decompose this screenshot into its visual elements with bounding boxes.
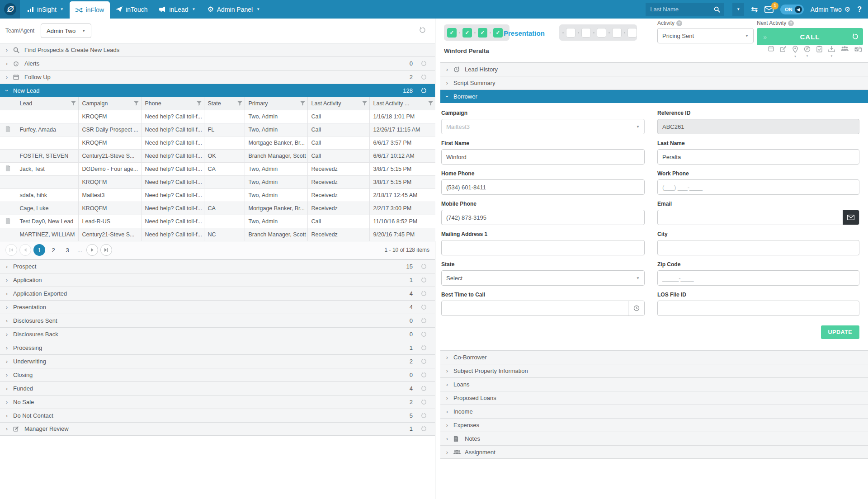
table-row[interactable]: Jack, TestDGDemo - Four age...Need help?… [0,162,435,175]
city-input[interactable] [658,240,859,255]
first-name-input[interactable] [442,150,644,164]
section-closing[interactable]: ›Closing0 [0,368,435,381]
refresh-icon[interactable] [417,264,430,269]
refresh-icon[interactable] [417,331,430,337]
col-header-campaign[interactable]: Campaign [78,97,141,110]
refresh-icon[interactable] [417,291,430,297]
section-subject-property-information[interactable]: ›Subject Property Information [440,364,868,377]
section-expenses[interactable]: ›Expenses [440,418,868,432]
search-icon[interactable] [710,3,724,16]
section-disclosures-back[interactable]: ›Disclosures Back0 [0,327,435,341]
pager-next-button[interactable] [86,244,98,256]
state-select[interactable]: Select▼ [441,270,645,286]
section-underwriting[interactable]: ›Underwriting2 [0,354,435,368]
refresh-icon[interactable] [417,345,430,351]
pager-page-1[interactable]: 1 [33,244,45,256]
pager-page-2[interactable]: 2 [47,244,59,256]
section-manager-review[interactable]: ›Manager Review1 [0,422,435,436]
section-alerts[interactable]: ›Alerts0 [0,56,435,70]
los-file-id-input[interactable] [658,301,859,315]
mailing-address-1-input[interactable] [442,240,644,255]
home-phone-input[interactable] [442,180,644,194]
table-row[interactable]: KROQFMNeed help? Call toll-f...Two, Admi… [0,175,435,188]
currency-icon[interactable]: S▼ [804,46,811,57]
nav-tab-inlead[interactable]: inLead ▼ [153,0,201,19]
filter-icon[interactable] [197,101,202,107]
refresh-icon[interactable] [417,413,430,419]
call-button[interactable]: » CALL [757,28,863,45]
col-header-last-activity[interactable]: Last Activity [307,97,369,110]
col-header-phone[interactable]: Phone [141,97,204,110]
section-processing[interactable]: ›Processing1 [0,341,435,354]
section-disclosures-sent[interactable]: ›Disclosures Sent0 [0,314,435,327]
col-header-primary[interactable]: Primary [245,97,307,110]
help-button[interactable]: ? [857,5,862,14]
refresh-icon[interactable] [417,61,430,66]
section-proposed-loans[interactable]: ›Proposed Loans [440,391,868,405]
refresh-icon[interactable] [417,318,430,324]
table-row[interactable]: KROQFMNeed help? Call toll-f...Mortgage … [0,136,435,149]
section-prospect[interactable]: ›Prospect15 [0,259,435,273]
work-phone-input[interactable] [658,180,859,194]
table-row[interactable]: MARTINEZ, WILLIAMCentury21-Steve S...Nee… [0,228,435,241]
update-button[interactable]: UPDATE [821,325,859,339]
filter-icon[interactable] [362,101,367,107]
task-share-icon[interactable] [854,46,862,53]
send-email-button[interactable] [843,210,859,225]
table-row[interactable]: Test Day0, New LeadLead-R-USNeed help? C… [0,215,435,228]
status-toggle[interactable]: ON ◀ [780,5,804,14]
swap-arrows-icon[interactable]: ⇆ [751,5,758,14]
refresh-icon[interactable] [417,358,430,364]
nav-tab-insight[interactable]: inSight ▼ [22,0,70,19]
section-funded[interactable]: ›Funded4 [0,381,435,395]
calendar-icon[interactable] [768,46,774,53]
table-row[interactable]: Furfey, AmadaCSR Daily Prospect ...Need … [0,123,435,136]
section-script-summary[interactable]: ›Script Summary [440,76,868,89]
section-notes[interactable]: ›Notes [440,432,868,445]
pager-page-3[interactable]: 3 [61,244,73,256]
section-application-exported[interactable]: ›Application Exported4 [0,287,435,300]
clipboard-check-icon[interactable] [816,46,822,54]
email-input[interactable] [658,210,843,225]
section-no-sale[interactable]: ›No Sale2 [0,395,435,409]
messages-icon[interactable]: 1 [764,6,774,13]
import-icon[interactable]: ▼ [828,46,835,57]
pager-last-button[interactable] [100,244,112,256]
compose-icon[interactable] [780,46,787,54]
refresh-icon[interactable] [417,399,430,405]
nav-tab-admin-panel[interactable]: ⚙ Admin Panel ▼ [201,0,266,19]
filter-icon[interactable] [428,101,433,107]
app-logo[interactable]: ∅ [0,0,20,19]
filter-icon[interactable] [300,101,305,107]
col-header-last-activity[interactable]: Last Activity ... [369,97,435,110]
filter-icon[interactable] [71,101,76,107]
section-income[interactable]: ›Income [440,405,868,418]
section-presentation[interactable]: ›Presentation4 [0,300,435,314]
table-row[interactable]: Cage, LukeKROQFMNeed help? Call toll-f..… [0,202,435,215]
table-row[interactable]: FOSTER, STEVENCentury21-Steve S...Need h… [0,149,435,162]
refresh-icon[interactable] [417,277,430,283]
filter-icon[interactable] [134,101,139,107]
section-co-borrower[interactable]: ›Co-Borrower [440,350,868,364]
last-name-input[interactable] [658,150,859,164]
team-agent-dropdown[interactable]: Admin Two ▼ [41,24,91,38]
person-pin-icon[interactable]: ▼ [793,46,798,58]
refresh-icon[interactable] [417,372,430,378]
mobile-phone-input[interactable] [442,210,644,225]
refresh-icon[interactable] [419,27,429,35]
nav-tab-inflow[interactable]: inFlow [70,1,110,19]
section-borrower[interactable]: ›Borrower [440,89,868,103]
zip-code-input[interactable] [658,271,859,285]
activity-select[interactable]: Pricing Sent ▼ [657,28,754,43]
search-options-dropdown[interactable]: ▼ [732,3,744,16]
search-input[interactable] [646,6,710,13]
refresh-icon[interactable] [417,386,430,391]
col-header-lead[interactable]: Lead [16,97,78,110]
section-loans[interactable]: ›Loans [440,377,868,391]
section-assignment[interactable]: ›Assignment [440,445,868,459]
section-new-lead[interactable]: ›New Lead128 [0,84,435,97]
section-application[interactable]: ›Application1 [0,273,435,287]
refresh-icon[interactable] [417,426,430,432]
refresh-icon[interactable] [417,88,430,94]
nav-tab-intouch[interactable]: inTouch [110,0,153,19]
